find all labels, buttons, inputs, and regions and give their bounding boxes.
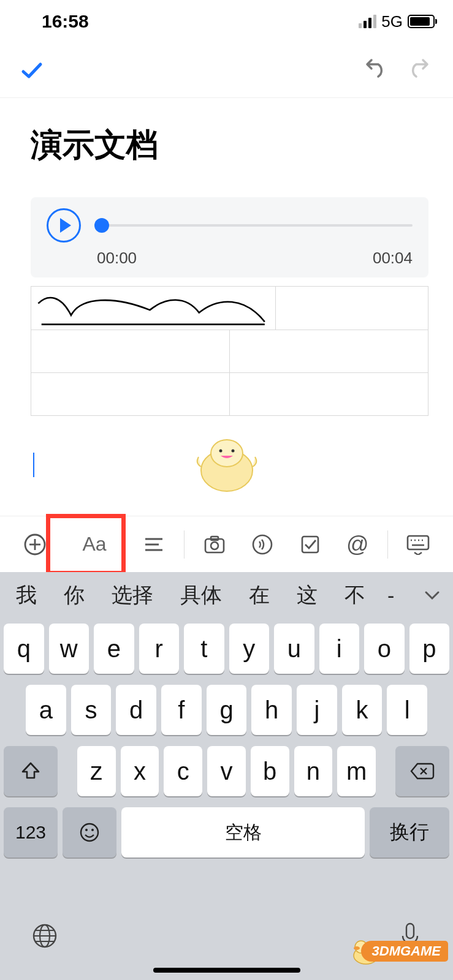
- table-cell[interactable]: [229, 330, 428, 372]
- key-g[interactable]: g: [207, 685, 247, 735]
- audio-thumb[interactable]: [94, 218, 109, 233]
- status-time: 16:58: [42, 11, 89, 32]
- svg-point-12: [211, 542, 218, 549]
- enter-key[interactable]: 换行: [370, 807, 449, 858]
- key-i[interactable]: i: [319, 624, 360, 674]
- key-y[interactable]: y: [229, 624, 270, 674]
- separator: [387, 530, 388, 559]
- audio-track[interactable]: [97, 224, 413, 227]
- watermark: 3DMGAME: [361, 941, 448, 962]
- table-cell[interactable]: [275, 287, 428, 330]
- camera-button[interactable]: [191, 523, 238, 566]
- key-d[interactable]: d: [116, 685, 156, 735]
- format-bar: Aa @: [0, 516, 453, 572]
- play-button[interactable]: [47, 208, 81, 243]
- separator: [184, 530, 185, 559]
- audio-player: 00:00 00:04: [31, 197, 428, 277]
- key-n[interactable]: n: [294, 746, 333, 796]
- key-j[interactable]: j: [297, 685, 337, 735]
- svg-rect-16: [408, 536, 428, 549]
- key-row: z x c v b n m: [4, 746, 449, 796]
- candidate[interactable]: -: [379, 584, 400, 608]
- key-v[interactable]: v: [207, 746, 246, 796]
- emoji-key[interactable]: [63, 807, 116, 858]
- key-q[interactable]: q: [4, 624, 44, 674]
- doc-title[interactable]: 演示文档: [31, 124, 428, 167]
- done-button[interactable]: [18, 57, 45, 84]
- paragraph-button[interactable]: [130, 523, 178, 566]
- svg-point-2: [211, 440, 243, 467]
- mention-button[interactable]: @: [333, 523, 381, 566]
- add-button[interactable]: [11, 523, 59, 566]
- key-z[interactable]: z: [77, 746, 116, 796]
- key-a[interactable]: a: [26, 685, 66, 735]
- font-style-button[interactable]: Aa: [59, 523, 131, 566]
- candidate[interactable]: 在: [235, 581, 283, 609]
- candidate[interactable]: 具体: [167, 581, 235, 609]
- key-x[interactable]: x: [121, 746, 159, 796]
- candidate[interactable]: 这: [283, 581, 331, 609]
- space-key[interactable]: 空格: [121, 807, 365, 858]
- key-t[interactable]: t: [184, 624, 224, 674]
- svg-point-3: [219, 450, 222, 453]
- shift-key[interactable]: [4, 746, 58, 796]
- status-right: 5G: [359, 12, 435, 31]
- key-u[interactable]: u: [274, 624, 314, 674]
- table[interactable]: [31, 286, 428, 416]
- keyboard: 我 你 选择 具体 在 这 不 - q w e r t y u i o p a …: [0, 572, 453, 980]
- table-row[interactable]: [31, 287, 428, 330]
- svg-point-4: [231, 450, 234, 453]
- svg-point-26: [91, 829, 94, 831]
- table-row[interactable]: [31, 372, 428, 415]
- checklist-button[interactable]: [286, 523, 334, 566]
- undo-button[interactable]: [360, 57, 387, 84]
- svg-point-24: [81, 824, 98, 841]
- key-b[interactable]: b: [251, 746, 289, 796]
- key-r[interactable]: r: [139, 624, 180, 674]
- table-cell[interactable]: [31, 373, 229, 415]
- document-area[interactable]: 演示文档 00:00 00:04: [0, 98, 453, 477]
- table-cell[interactable]: [31, 330, 229, 372]
- table-cell[interactable]: [31, 287, 275, 330]
- candidate[interactable]: 你: [50, 581, 98, 609]
- candidate[interactable]: 选择: [98, 581, 167, 609]
- key-c[interactable]: c: [164, 746, 202, 796]
- status-bar: 16:58 5G: [0, 0, 453, 43]
- home-indicator[interactable]: [153, 968, 300, 973]
- key-p[interactable]: p: [409, 624, 450, 674]
- key-f[interactable]: f: [161, 685, 202, 735]
- network-label: 5G: [381, 12, 403, 31]
- key-h[interactable]: h: [251, 685, 292, 735]
- redo-button[interactable]: [408, 57, 435, 84]
- key-row: a s d f g h j k l: [4, 685, 449, 735]
- signal-icon: [359, 15, 376, 28]
- audio-current: 00:00: [97, 249, 137, 268]
- candidate[interactable]: 不: [331, 581, 379, 609]
- hide-keyboard-button[interactable]: [394, 523, 442, 566]
- table-cell[interactable]: [229, 373, 428, 415]
- svg-point-14: [253, 535, 272, 554]
- table-row[interactable]: [31, 330, 428, 372]
- svg-point-34: [354, 946, 360, 950]
- editor-toolbar: [0, 43, 453, 98]
- key-o[interactable]: o: [364, 624, 405, 674]
- key-k[interactable]: k: [342, 685, 383, 735]
- key-m[interactable]: m: [337, 746, 376, 796]
- key-row: 123 空格 换行: [0, 807, 453, 858]
- key-s[interactable]: s: [71, 685, 112, 735]
- mascot-icon: [190, 435, 264, 496]
- key-e[interactable]: e: [94, 624, 134, 674]
- numeric-key[interactable]: 123: [4, 807, 58, 858]
- text-cursor: [33, 453, 34, 477]
- voice-button[interactable]: [238, 523, 286, 566]
- handwriting-icon: [35, 290, 272, 330]
- expand-candidates-button[interactable]: [414, 577, 451, 614]
- candidate[interactable]: 我: [2, 581, 50, 609]
- key-w[interactable]: w: [49, 624, 89, 674]
- backspace-key[interactable]: [395, 746, 449, 796]
- key-row: q w e r t y u i o p: [4, 624, 449, 674]
- key-l[interactable]: l: [387, 685, 427, 735]
- battery-icon: [408, 15, 435, 28]
- globe-key[interactable]: [31, 922, 59, 950]
- candidate-row: 我 你 选择 具体 在 这 不 -: [0, 572, 453, 619]
